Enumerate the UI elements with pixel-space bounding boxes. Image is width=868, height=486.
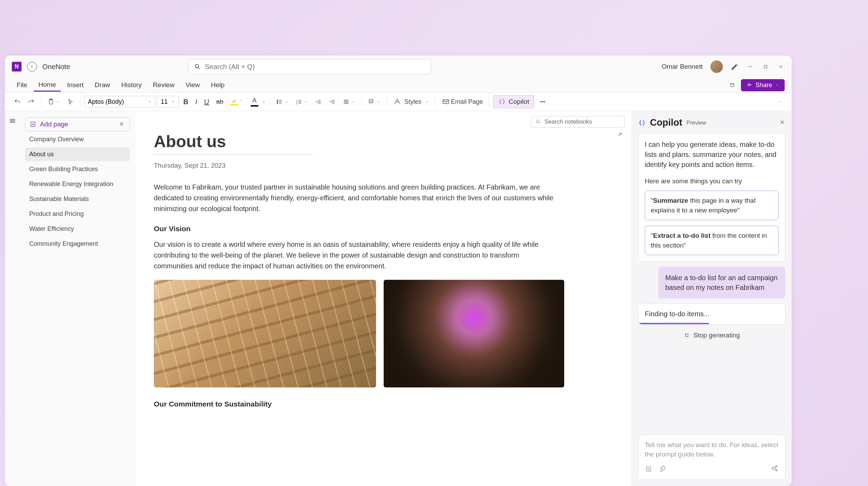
content-area: Add page Company Overview About us Green… <box>5 111 792 486</box>
copilot-status-text: Finding to-do items... <box>645 310 710 318</box>
italic-button[interactable]: I <box>193 96 200 108</box>
vision-paragraph[interactable]: Our vision is to create a world where ev… <box>154 239 557 271</box>
app-window: N OneNote Omar Bennett File Home Insert … <box>5 56 792 486</box>
copilot-intro-card: I can help you generate ideas, make to-d… <box>638 133 785 262</box>
chevron-down-icon[interactable] <box>262 100 266 104</box>
more-button[interactable] <box>536 96 550 107</box>
copilot-toolbar-button[interactable]: Copilot <box>493 95 534 108</box>
copilot-suggestion-1[interactable]: "Summarize this page in a way that expla… <box>645 191 779 220</box>
chevron-down-icon <box>56 100 60 104</box>
svg-text:3: 3 <box>296 103 297 105</box>
app-icon: N <box>12 62 22 72</box>
tag-button[interactable] <box>365 96 383 107</box>
title-rule <box>154 154 314 155</box>
global-search[interactable] <box>188 59 431 74</box>
undo-button[interactable] <box>11 96 24 107</box>
user-name: Omar Bennett <box>662 63 703 70</box>
svg-point-8 <box>277 103 278 104</box>
expand-button[interactable] <box>616 131 623 140</box>
strikethrough-button[interactable]: ab <box>214 96 226 108</box>
svg-point-16 <box>544 101 545 102</box>
redo-button[interactable] <box>25 96 37 107</box>
pen-sparkle-icon[interactable] <box>731 62 739 71</box>
svg-rect-13 <box>443 100 449 104</box>
number-list-button[interactable]: 123 <box>293 96 311 107</box>
page-item[interactable]: Renewable Energy Integration <box>25 177 130 191</box>
font-size-select[interactable]: 11 <box>157 96 179 108</box>
page-item[interactable]: About us <box>25 148 130 161</box>
email-icon <box>442 98 450 106</box>
menu-view[interactable]: View <box>181 79 205 91</box>
search-icon <box>194 63 201 70</box>
bullet-list-button[interactable] <box>273 96 291 107</box>
copilot-suggestion-2[interactable]: "Extract a to-do list from the content i… <box>645 226 779 255</box>
search-notebooks[interactable]: Search notebooks <box>531 116 625 128</box>
menu-history[interactable]: History <box>116 79 147 91</box>
chevron-down-icon <box>376 100 381 104</box>
email-page-button[interactable]: Email Page <box>439 96 486 108</box>
global-search-input[interactable] <box>205 63 425 71</box>
copilot-input-box[interactable]: Tell me what you want to do. For ideas, … <box>638 435 785 480</box>
indent-button[interactable] <box>326 96 339 107</box>
ribbon-toggle-button[interactable] <box>776 98 785 106</box>
copilot-close-button[interactable] <box>779 119 785 127</box>
close-button[interactable] <box>777 63 785 70</box>
share-icon <box>746 82 753 88</box>
share-label: Share <box>756 82 772 89</box>
align-button[interactable] <box>340 96 358 107</box>
prompt-guide-icon[interactable] <box>645 465 652 473</box>
hamburger-button[interactable] <box>9 117 16 123</box>
page-item[interactable]: Product and Pricing <box>25 207 130 221</box>
avatar[interactable] <box>710 60 723 73</box>
add-page-button[interactable]: Add page <box>25 117 130 131</box>
send-button[interactable] <box>770 464 779 474</box>
maximize-button[interactable] <box>762 63 769 70</box>
font-color-button[interactable]: A <box>248 95 261 109</box>
sort-icon[interactable] <box>118 120 125 128</box>
menu-review[interactable]: Review <box>148 79 179 91</box>
chevron-down-icon <box>284 100 289 104</box>
svg-point-3 <box>748 84 750 85</box>
bold-button[interactable]: B <box>181 96 191 108</box>
chevron-down-icon <box>778 100 783 104</box>
page-title[interactable]: About us <box>154 132 613 151</box>
content-image-1[interactable] <box>154 280 376 387</box>
copilot-panel: Copilot Preview I can help you generate … <box>632 111 792 486</box>
page-item[interactable]: Company Overview <box>25 133 130 146</box>
highlight-button[interactable] <box>228 96 241 108</box>
page-item[interactable]: Water Efficiency <box>25 222 130 236</box>
back-button[interactable] <box>27 62 37 72</box>
arrow-left-icon <box>30 64 34 69</box>
menu-file[interactable]: File <box>12 79 32 91</box>
commitment-heading[interactable]: Our Commitment to Sustainability <box>154 400 613 408</box>
share-button[interactable]: Share <box>741 79 785 91</box>
page-item[interactable]: Community Engagement <box>25 237 130 251</box>
menu-help[interactable]: Help <box>206 79 229 91</box>
stop-generating-button[interactable]: Stop generating <box>638 329 785 341</box>
image-row <box>154 280 613 387</box>
vision-heading[interactable]: Our Vision <box>154 225 613 233</box>
page-canvas[interactable]: Search notebooks About us Thursday, Sept… <box>135 111 632 486</box>
paste-button[interactable] <box>45 96 63 107</box>
menu-insert[interactable]: Insert <box>62 79 89 91</box>
menubar: File Home Insert Draw History Review Vie… <box>5 78 792 92</box>
page-item[interactable]: Sustainable Materials <box>25 192 130 206</box>
attach-icon[interactable] <box>658 465 666 473</box>
minimize-button[interactable] <box>746 63 754 70</box>
copilot-preview-badge: Preview <box>686 120 706 126</box>
underline-button[interactable]: U <box>201 96 212 108</box>
menu-draw[interactable]: Draw <box>90 79 115 91</box>
outdent-button[interactable] <box>312 96 325 107</box>
styles-button[interactable]: Styles <box>391 96 432 108</box>
page-item[interactable]: Green Building Practices <box>25 162 130 176</box>
menu-home[interactable]: Home <box>34 79 61 92</box>
chevron-down-icon <box>239 98 243 102</box>
page-list-panel: Add page Company Overview About us Green… <box>20 111 135 486</box>
content-image-2[interactable] <box>384 280 564 387</box>
font-select[interactable]: Aptos (Body) <box>84 96 156 108</box>
chevron-down-icon <box>351 100 355 104</box>
format-painter-button[interactable] <box>64 96 77 107</box>
chevron-down-icon <box>171 100 175 104</box>
intro-paragraph[interactable]: Welcome to Fabrikam, your trusted partne… <box>154 182 557 214</box>
mode-toggle-button[interactable] <box>728 81 736 89</box>
